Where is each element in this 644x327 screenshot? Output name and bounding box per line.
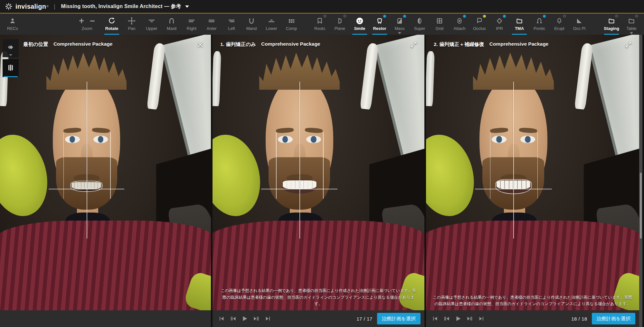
skip-last-icon bbox=[265, 315, 271, 322]
person-icon bbox=[9, 16, 16, 26]
viewer-area: 最初の位置 Comprehensive Package 1. 歯列矯正のみ Co… bbox=[0, 35, 644, 327]
chevron-down-icon bbox=[9, 54, 12, 56]
status-dot-ring bbox=[324, 15, 326, 17]
occlusion-icon bbox=[476, 16, 483, 26]
anterior-view-icon bbox=[208, 16, 215, 26]
case-title-dropdown-caret[interactable] bbox=[185, 5, 189, 8]
toolbar-item-right[interactable]: Right bbox=[182, 14, 202, 35]
left-view-icon bbox=[228, 16, 235, 26]
toolbar-item-mass[interactable]: Mass bbox=[390, 14, 410, 35]
toolbar-item-zoom[interactable]: + −Zoom bbox=[72, 14, 102, 35]
pontic-bell-icon bbox=[535, 16, 543, 26]
toolbar-item-pan[interactable]: Pan bbox=[122, 14, 142, 35]
toolbar-item-roots[interactable]: Roots bbox=[310, 14, 330, 35]
mandible-arch-icon bbox=[248, 16, 255, 26]
toolbar-item-upper[interactable]: Upper bbox=[142, 14, 162, 35]
panel-title: 2. 歯列矯正＋補綴修復 bbox=[434, 41, 484, 48]
panel-package-label: Comprehensive Package bbox=[261, 41, 320, 47]
toolbar-item-smile[interactable]: Smile bbox=[350, 14, 370, 35]
facial-reference-line bbox=[49, 189, 125, 189]
view-mode-button-compare-layers[interactable] bbox=[3, 39, 19, 57]
scrollbar-thumb[interactable] bbox=[640, 173, 642, 239]
skip-first-button[interactable] bbox=[216, 313, 227, 324]
photo-iris bbox=[70, 136, 75, 143]
zoom-out-button[interactable]: − bbox=[90, 17, 95, 25]
skip-last-button[interactable] bbox=[476, 313, 487, 324]
step-back-button[interactable] bbox=[441, 313, 452, 324]
toolbar-item-ipr[interactable]: IPR bbox=[489, 14, 509, 35]
view-mode-button-multi-view[interactable] bbox=[3, 59, 19, 77]
photo-eye-l bbox=[278, 136, 293, 143]
expand-icon bbox=[625, 41, 632, 48]
toolbar-item-lower[interactable]: Lower bbox=[261, 14, 281, 35]
zoom-plus-minus-icon: + − bbox=[79, 16, 95, 26]
close-icon bbox=[197, 41, 204, 48]
step-back-icon bbox=[230, 315, 237, 322]
toolbar-item-label: Attach bbox=[454, 26, 466, 31]
skip-first-button[interactable] bbox=[430, 313, 440, 324]
toolbar-item-recs[interactable]: RECs bbox=[1, 14, 24, 35]
photo-iris bbox=[525, 136, 531, 143]
composite-grid-icon bbox=[288, 16, 295, 26]
toolbar-item-table[interactable]: Table bbox=[621, 14, 641, 35]
rotate-icon bbox=[108, 16, 116, 26]
layers-diamond-icon bbox=[6, 43, 15, 53]
titlebar-divider: | bbox=[54, 3, 55, 10]
toolbar-item-maxil[interactable]: Maxil bbox=[162, 14, 182, 35]
select-treatment-plan-button[interactable]: 治療計画を選択 bbox=[592, 313, 635, 324]
facial-reference-line bbox=[299, 82, 300, 239]
chevron-down-icon[interactable] bbox=[630, 32, 633, 34]
toolbar-item-occpl[interactable]: Occ Pl bbox=[569, 14, 589, 35]
toolbar-item-plane[interactable]: Plane bbox=[330, 14, 350, 35]
play-button[interactable] bbox=[453, 313, 463, 324]
active-underline bbox=[4, 76, 18, 77]
eruption-icon bbox=[555, 16, 563, 26]
status-dot-ring bbox=[635, 15, 638, 17]
select-treatment-plan-button[interactable]: 治療計画を選択 bbox=[377, 313, 421, 324]
toolbar-item-label: Mass bbox=[394, 26, 404, 31]
panel-plan-1-ortho-only: 1. 歯列矯正のみ Comprehensive Package この画像は予想さ… bbox=[213, 35, 424, 327]
panel-title: 最初の位置 bbox=[23, 41, 48, 48]
vertical-scrollbar[interactable] bbox=[639, 35, 642, 327]
chevron-down-icon[interactable] bbox=[398, 32, 401, 34]
playback-bar: 17 / 17 治療計画を選択 bbox=[213, 310, 424, 327]
toolbar-item-rotate[interactable]: Rotate bbox=[102, 14, 122, 35]
toolbar-item-label: Lower bbox=[266, 26, 277, 31]
toolbar-item-tma[interactable]: TMA bbox=[509, 14, 529, 35]
toolbar-item-attach[interactable]: Attach bbox=[450, 14, 469, 35]
toolbar-item-grid[interactable]: Grid bbox=[430, 14, 450, 35]
patient-photo[interactable] bbox=[0, 35, 211, 310]
patient-photo[interactable] bbox=[426, 35, 639, 310]
photo-eye-l bbox=[492, 136, 507, 143]
expand-panel-button[interactable] bbox=[410, 41, 417, 48]
view-mode-tools bbox=[3, 39, 19, 79]
toolbar-item-label: Rotate bbox=[105, 26, 118, 31]
roots-icon bbox=[316, 16, 324, 26]
status-dot-blue bbox=[383, 15, 386, 18]
patient-photo[interactable] bbox=[213, 35, 424, 310]
toolbar-item-staging[interactable]: Staging bbox=[601, 14, 621, 35]
toolbar-item-erupt[interactable]: Erupt bbox=[549, 14, 569, 35]
panel-package-label: Comprehensive Package bbox=[489, 41, 549, 47]
invisalign-logo-icon bbox=[5, 2, 13, 11]
toolbar-item-mand[interactable]: Mand bbox=[242, 14, 261, 35]
toolbar-item-occlus[interactable]: Occlus bbox=[469, 14, 489, 35]
toolbar-item-label: Smile bbox=[354, 26, 365, 31]
skip-last-button[interactable] bbox=[263, 313, 273, 324]
toolbar-item-left[interactable]: Left bbox=[222, 14, 242, 35]
toolbar-item-restor[interactable]: Restor bbox=[370, 14, 390, 35]
toolbar-item-comp[interactable]: Comp bbox=[281, 14, 301, 35]
step-back-button[interactable] bbox=[228, 313, 238, 324]
panel-plan-2-ortho-restorative: 2. 歯列矯正＋補綴修復 Comprehensive Package この画像は… bbox=[426, 35, 639, 327]
right-view-icon bbox=[188, 16, 195, 26]
toolbar-item-super[interactable]: Super bbox=[410, 14, 430, 35]
step-forward-button[interactable] bbox=[251, 313, 261, 324]
play-button[interactable] bbox=[240, 313, 250, 324]
close-panel-button[interactable] bbox=[197, 41, 204, 48]
toolbar-item-anter[interactable]: Anter bbox=[202, 14, 222, 35]
zoom-in-button[interactable]: + bbox=[79, 17, 84, 25]
folder-icon bbox=[608, 16, 615, 26]
step-forward-button[interactable] bbox=[465, 313, 475, 324]
toolbar-item-pontic[interactable]: Pontic bbox=[529, 14, 549, 35]
expand-panel-button[interactable] bbox=[625, 41, 632, 48]
